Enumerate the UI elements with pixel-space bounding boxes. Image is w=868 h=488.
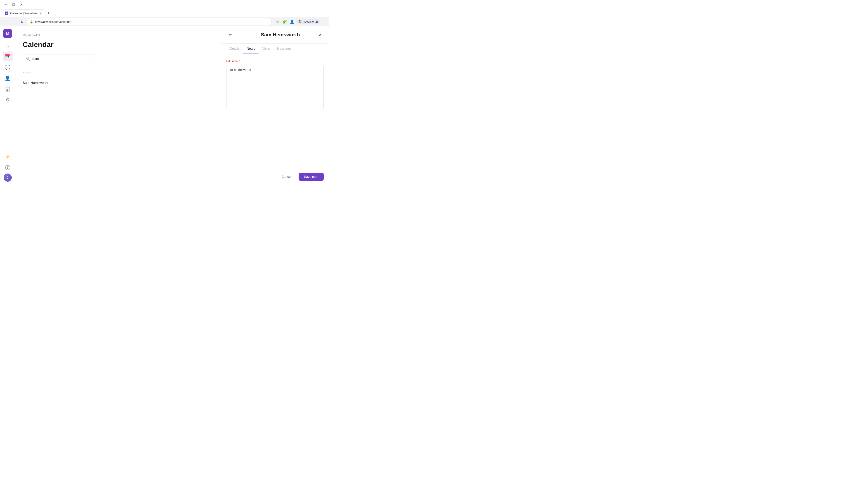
org-label: Moodjoy7434 — [23, 33, 213, 37]
sidebar-item-help[interactable]: ? — [3, 163, 13, 173]
browser-chrome: ─ □ ✕ M Calendar | Waitwhile ✕ + ← → ↻ 🔒… — [0, 0, 329, 26]
edit-note-label: Edit note * — [226, 59, 324, 63]
back-button[interactable]: ← — [2, 18, 9, 25]
right-panel: ✏ ··· Sam Hemsworth ✕ Details Notes Visi… — [221, 26, 329, 184]
sidebar-item-home[interactable]: ⌂ — [3, 41, 13, 51]
minimize-button[interactable]: ─ — [3, 1, 9, 8]
search-icon: 🔍 — [26, 57, 31, 61]
search-bar[interactable]: 🔍 — [23, 54, 95, 63]
new-tab-button[interactable]: + — [45, 10, 52, 16]
panel-close-button[interactable]: ✕ — [316, 31, 324, 38]
reload-button[interactable]: ↻ — [18, 18, 25, 25]
close-button[interactable]: ✕ — [18, 1, 24, 8]
required-marker: * — [238, 59, 240, 63]
security-lock-icon: 🔒 — [30, 20, 33, 24]
analytics-icon: 📊 — [5, 86, 10, 92]
table-row[interactable]: Sam Hemsworth — [23, 78, 213, 88]
extensions-button[interactable]: 🧩 — [282, 19, 288, 25]
url-text: new.waitwhile.com/calendar — [35, 20, 71, 24]
address-bar[interactable]: 🔒 new.waitwhile.com/calendar — [26, 18, 272, 25]
settings-icon: ⚙ — [6, 97, 10, 103]
save-note-button[interactable]: Save note — [299, 173, 324, 181]
tab-bar: M Calendar | Waitwhile ✕ + — [0, 9, 329, 17]
tab-title: Calendar | Waitwhile — [10, 11, 37, 15]
sidebar-item-customers[interactable]: 👤 — [3, 73, 13, 83]
user-avatar[interactable]: J — [4, 173, 12, 182]
tab-favicon: M — [5, 11, 8, 15]
tab-details[interactable]: Details — [226, 43, 243, 54]
more-options-button[interactable]: ··· — [236, 31, 244, 39]
page-title: Calendar — [23, 40, 213, 49]
panel-header: ✏ ··· Sam Hemsworth ✕ — [221, 26, 329, 43]
sidebar-item-analytics[interactable]: 📊 — [3, 84, 13, 94]
sidebar-item-calendar[interactable]: 📅 — [3, 52, 13, 61]
browser-controls: ─ □ ✕ — [3, 1, 24, 8]
panel-title: Sam Hemsworth — [244, 32, 316, 38]
app-container: M ⌂ 📅 💬 👤 📊 ⚙ ⚡ ? J Moodjoy7434 Calend — [0, 26, 329, 184]
calendar-icon: 📅 — [5, 54, 10, 59]
maximize-button[interactable]: □ — [10, 1, 17, 8]
help-icon: ? — [5, 165, 10, 170]
note-textarea[interactable]: To be delivered — [226, 65, 324, 110]
cancel-button[interactable]: Cancel — [277, 173, 296, 181]
address-bar-row: ← → ↻ 🔒 new.waitwhile.com/calendar ☆ 🧩 👤… — [0, 17, 329, 26]
tab-close-button[interactable]: ✕ — [39, 11, 42, 15]
main-content: Moodjoy7434 Calendar 🔍 NAME Sam Hemswort… — [16, 26, 221, 184]
sidebar: M ⌂ 📅 💬 👤 📊 ⚙ ⚡ ? J — [0, 26, 16, 184]
edit-button[interactable]: ✏ — [226, 31, 235, 39]
incognito-label: Incognito (2) — [303, 20, 318, 23]
sidebar-item-messages[interactable]: 💬 — [3, 62, 13, 72]
sidebar-item-settings[interactable]: ⚙ — [3, 95, 13, 105]
bookmark-button[interactable]: ☆ — [274, 19, 281, 25]
browser-actions: ☆ 🧩 👤 🕵 Incognito (2) ⋮ — [274, 19, 327, 25]
lightning-icon: ⚡ — [5, 154, 10, 160]
home-icon: ⌂ — [6, 43, 9, 48]
search-input[interactable] — [32, 57, 92, 61]
active-tab[interactable]: M Calendar | Waitwhile ✕ — [2, 9, 45, 17]
profile-button[interactable]: 👤 — [289, 19, 295, 25]
more-button[interactable]: ⋮ — [321, 19, 327, 25]
panel-header-actions: ✏ ··· — [226, 31, 244, 39]
messages-icon: 💬 — [5, 65, 10, 70]
forward-button[interactable]: → — [10, 18, 17, 25]
sidebar-item-lightning[interactable]: ⚡ — [3, 152, 13, 162]
tab-visits[interactable]: Visits — [258, 43, 273, 54]
panel-tabs: Details Notes Visits Messages — [221, 43, 329, 54]
name-column-header: NAME — [23, 71, 31, 74]
tab-notes[interactable]: Notes — [243, 43, 259, 54]
customer-name: Sam Hemsworth — [23, 80, 48, 85]
table-header: NAME — [23, 69, 213, 76]
panel-body: Edit note * To be delivered — [221, 54, 329, 169]
browser-titlebar: ─ □ ✕ — [0, 0, 329, 9]
panel-footer: Cancel Save note — [221, 169, 329, 184]
incognito-badge[interactable]: 🕵 Incognito (2) — [296, 19, 320, 24]
customers-icon: 👤 — [5, 75, 10, 81]
incognito-icon: 🕵 — [298, 20, 302, 23]
tab-messages[interactable]: Messages — [274, 43, 295, 54]
sidebar-logo[interactable]: M — [3, 29, 12, 38]
